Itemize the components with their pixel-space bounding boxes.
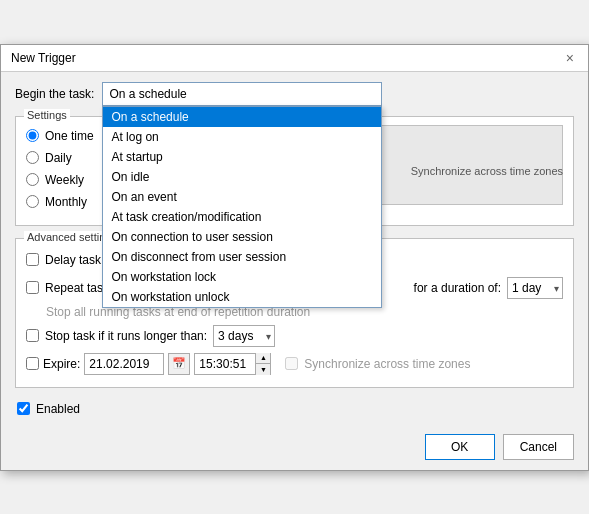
stop-longer-row: Stop task if it runs longer than: 3 days [26,325,563,347]
dialog-new-trigger: New Trigger × Begin the task: On a sched… [0,44,589,471]
radio-label-monthly: Monthly [45,195,87,209]
repeat-checkbox[interactable] [26,281,39,294]
expire-checkbox[interactable] [26,357,39,370]
cancel-button[interactable]: Cancel [503,434,574,460]
radio-row-daily: Daily [26,151,94,165]
expire-time-input[interactable] [195,354,255,374]
duration-select-wrapper: 1 day [507,277,563,299]
dropdown-item-at-task-creation[interactable]: At task creation/modification [103,207,381,227]
sync-row: Synchronize across time zones [285,357,470,371]
begin-task-label: Begin the task: [15,87,94,101]
expire-row: Expire: 📅 ▲ ▼ Synchronize across time zo… [26,353,563,375]
begin-task-row: Begin the task: On a schedule At log on … [15,82,574,106]
sync-checkbox[interactable] [285,357,298,370]
radio-row-weekly: Weekly [26,173,94,187]
expire-date-calendar-button[interactable]: 📅 [168,353,190,375]
radio-column: One time Daily Weekly Monthly [26,125,94,213]
radio-one-time[interactable] [26,129,39,142]
title-bar: New Trigger × [1,45,588,72]
dropdown-item-workstation-lock[interactable]: On workstation lock [103,267,381,287]
settings-legend: Settings [24,109,70,121]
dropdown-item-at-log-on[interactable]: At log on [103,127,381,147]
radio-daily[interactable] [26,151,39,164]
stop-longer-select[interactable]: 3 days [213,325,275,347]
begin-task-select[interactable]: On a schedule At log on At startup On id… [102,82,382,106]
dropdown-item-on-connection[interactable]: On connection to user session [103,227,381,247]
dropdown-item-on-disconnect[interactable]: On disconnect from user session [103,247,381,267]
expire-date-input[interactable] [84,353,164,375]
dialog-body: Begin the task: On a schedule At log on … [1,72,588,426]
dialog-title: New Trigger [11,51,76,65]
dropdown-item-on-idle[interactable]: On idle [103,167,381,187]
sync-across-timezones-label: Synchronize across time zones [411,165,563,177]
sync-checkbox-label: Synchronize across time zones [304,357,470,371]
begin-task-dropdown-container: On a schedule At log on At startup On id… [102,82,382,106]
stop-longer-label: Stop task if it runs longer than: [45,329,207,343]
radio-label-weekly: Weekly [45,173,84,187]
expire-label: Expire: [43,357,80,371]
enabled-row: Enabled [17,402,574,416]
ok-button[interactable]: OK [425,434,495,460]
radio-weekly[interactable] [26,173,39,186]
stop-longer-checkbox[interactable] [26,329,39,342]
enabled-label: Enabled [36,402,80,416]
dropdown-item-workstation-unlock[interactable]: On workstation unlock [103,287,381,307]
radio-row-monthly: Monthly [26,195,94,209]
radio-monthly[interactable] [26,195,39,208]
radio-label-one-time: One time [45,129,94,143]
duration-select[interactable]: 1 day [507,277,563,299]
dialog-footer: OK Cancel [1,426,588,470]
dropdown-item-at-startup[interactable]: At startup [103,147,381,167]
dropdown-item-on-an-event[interactable]: On an event [103,187,381,207]
dropdown-item-on-a-schedule[interactable]: On a schedule [103,107,381,127]
time-spin-up[interactable]: ▲ [256,353,270,365]
dropdown-open-list: On a schedule At log on At startup On id… [102,106,382,308]
time-spin-down[interactable]: ▼ [256,364,270,375]
duration-label: for a duration of: [414,281,501,295]
close-button[interactable]: × [562,51,578,65]
expire-time-spin: ▲ ▼ [194,353,271,375]
enabled-checkbox[interactable] [17,402,30,415]
stop-longer-select-wrapper: 3 days [213,325,275,347]
radio-label-daily: Daily [45,151,72,165]
time-spin-buttons: ▲ ▼ [255,353,270,375]
radio-row-one-time: One time [26,129,94,143]
delay-checkbox[interactable] [26,253,39,266]
